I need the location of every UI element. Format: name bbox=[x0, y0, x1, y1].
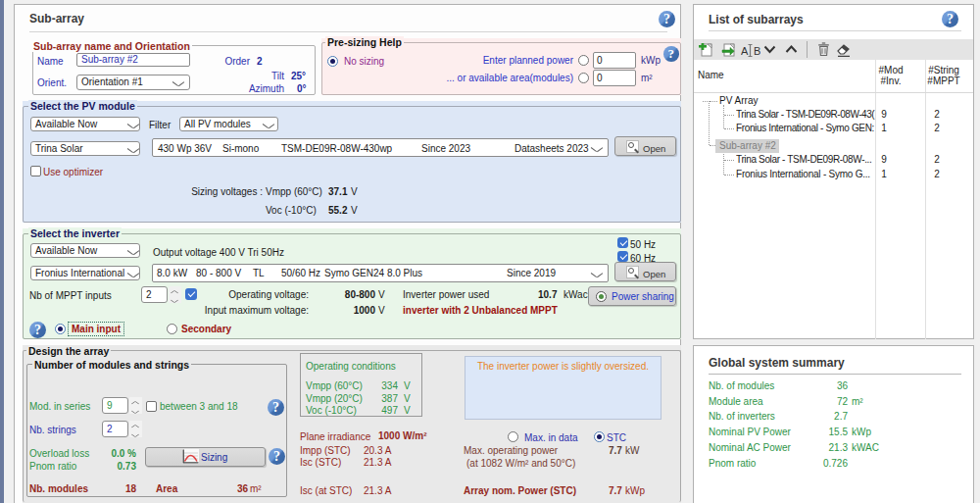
svg-text:B: B bbox=[754, 45, 760, 57]
svg-text:A: A bbox=[741, 45, 749, 57]
